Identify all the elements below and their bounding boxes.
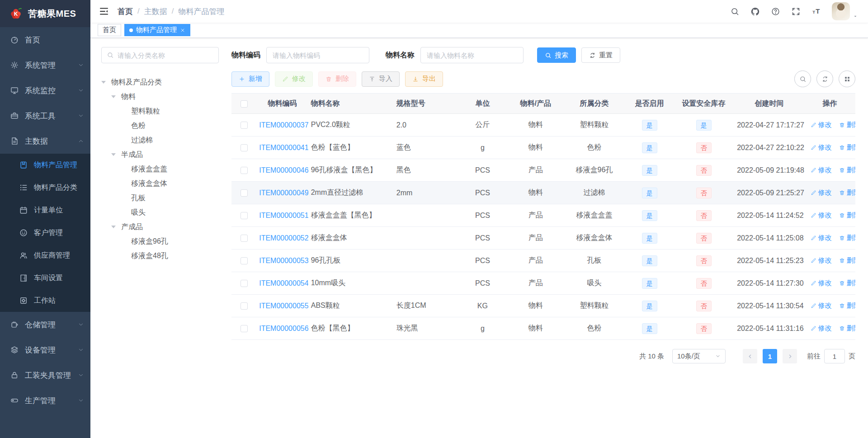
material-code-input[interactable] (266, 47, 369, 63)
next-page-button[interactable] (783, 349, 797, 363)
导入-button[interactable]: 导入 (362, 71, 400, 87)
sidebar-item-工装夹具管理[interactable]: 工装夹具管理 (0, 363, 90, 388)
sidebar-item-设备管理[interactable]: 设备管理 (0, 337, 90, 363)
tab-首页[interactable]: 首页 (98, 24, 121, 36)
question-icon[interactable] (771, 7, 780, 16)
tree-expand-caret[interactable] (111, 226, 121, 228)
material-code-link[interactable]: ITEM00000056 (259, 325, 308, 332)
material-code-link[interactable]: ITEM00000053 (259, 257, 308, 264)
material-code-link[interactable]: ITEM00000049 (259, 189, 308, 197)
row-checkbox[interactable] (241, 302, 248, 310)
sidebar-item-系统管理[interactable]: 系统管理 (0, 52, 90, 78)
row-delete-link[interactable]: 删除 (839, 279, 855, 287)
tree-node-色粉[interactable]: 色粉 (101, 118, 219, 133)
sidebar-item-物料产品分类[interactable]: 物料产品分类 (0, 176, 90, 199)
tree-node-孔板[interactable]: 孔板 (101, 191, 219, 205)
tree-node-物料[interactable]: 物料 (101, 89, 219, 104)
sidebar-item-客户管理[interactable]: 客户管理 (0, 221, 90, 244)
category-search-input[interactable] (118, 52, 213, 59)
material-name-input[interactable] (420, 47, 524, 63)
tree-expand-caret[interactable] (111, 153, 121, 156)
material-code-link[interactable]: ITEM00000054 (259, 279, 308, 287)
page-size-select[interactable]: 10条/页 (672, 349, 726, 363)
删除-button[interactable]: 删除 (318, 71, 356, 87)
row-checkbox[interactable] (241, 280, 248, 287)
row-checkbox[interactable] (241, 144, 248, 151)
search-icon[interactable] (730, 7, 740, 16)
row-checkbox[interactable] (241, 257, 248, 264)
row-edit-link[interactable]: 修改 (811, 166, 832, 174)
tree-node-移液盒96孔[interactable]: 移液盒96孔 (101, 234, 219, 249)
material-code-link[interactable]: ITEM00000041 (259, 144, 308, 151)
row-edit-link[interactable]: 修改 (811, 143, 832, 152)
row-edit-link[interactable]: 修改 (811, 324, 832, 333)
row-checkbox[interactable] (241, 122, 248, 129)
新增-button[interactable]: 新增 (231, 71, 269, 87)
user-menu[interactable] (832, 2, 858, 20)
sidebar-item-计量单位[interactable]: 计量单位 (0, 199, 90, 221)
sidebar-item-生产管理[interactable]: 生产管理 (0, 388, 90, 413)
tree-node-物料及产品分类[interactable]: 物料及产品分类 (101, 75, 219, 89)
row-delete-link[interactable]: 删除 (839, 211, 855, 220)
row-delete-link[interactable]: 删除 (839, 256, 855, 265)
tree-node-产成品[interactable]: 产成品 (101, 220, 219, 234)
fullscreen-icon[interactable] (791, 7, 801, 16)
tree-node-移液盒48孔[interactable]: 移液盒48孔 (101, 249, 219, 263)
tree-node-吸头[interactable]: 吸头 (101, 205, 219, 220)
sidebar-item-供应商管理[interactable]: 供应商管理 (0, 244, 90, 267)
hamburger-icon[interactable] (99, 6, 109, 17)
row-checkbox[interactable] (241, 325, 248, 332)
row-edit-link[interactable]: 修改 (811, 234, 832, 242)
search-circle-button[interactable] (794, 71, 811, 87)
row-delete-link[interactable]: 删除 (839, 324, 855, 333)
tree-expand-caret[interactable] (111, 95, 121, 98)
tree-node-半成品[interactable]: 半成品 (101, 147, 219, 162)
row-delete-link[interactable]: 删除 (839, 234, 855, 242)
tree-node-过滤棉[interactable]: 过滤棉 (101, 133, 219, 147)
sidebar-item-物料产品管理[interactable]: 物料产品管理 (0, 154, 90, 176)
row-checkbox[interactable] (241, 235, 248, 242)
breadcrumb-item[interactable]: 主数据 (144, 6, 167, 17)
sidebar-item-工作站[interactable]: 工作站 (0, 289, 90, 312)
tab-物料产品管理[interactable]: 物料产品管理 (124, 24, 190, 36)
page-number-1[interactable]: 1 (763, 349, 777, 363)
row-delete-link[interactable]: 删除 (839, 188, 855, 197)
sidebar-item-系统工具[interactable]: 系统工具 (0, 103, 90, 128)
select-all-checkbox[interactable] (241, 100, 248, 108)
row-checkbox[interactable] (241, 189, 248, 197)
goto-page-input[interactable] (824, 349, 845, 363)
font-size-icon[interactable]: TT (811, 7, 821, 16)
修改-button[interactable]: 修改 (275, 71, 313, 87)
material-code-link[interactable]: ITEM00000052 (259, 234, 308, 242)
reset-button[interactable]: 重置 (581, 47, 620, 63)
breadcrumb-item[interactable]: 物料产品管理 (178, 6, 224, 17)
refresh-circle-button[interactable] (816, 71, 833, 87)
row-delete-link[interactable]: 删除 (839, 301, 855, 310)
grid-circle-button[interactable] (839, 71, 855, 87)
row-delete-link[interactable]: 删除 (839, 121, 855, 129)
row-edit-link[interactable]: 修改 (811, 121, 832, 129)
row-checkbox[interactable] (241, 167, 248, 174)
sidebar-item-主数据[interactable]: 主数据 (0, 128, 90, 154)
row-edit-link[interactable]: 修改 (811, 256, 832, 265)
row-edit-link[interactable]: 修改 (811, 279, 832, 287)
search-button[interactable]: 搜索 (537, 47, 576, 63)
row-delete-link[interactable]: 删除 (839, 143, 855, 152)
sidebar-item-仓储管理[interactable]: 仓储管理 (0, 312, 90, 337)
row-edit-link[interactable]: 修改 (811, 188, 832, 197)
avatar[interactable] (832, 2, 850, 20)
sidebar-item-首页[interactable]: 首页 (0, 27, 90, 52)
material-code-link[interactable]: ITEM00000046 (259, 166, 308, 174)
close-icon[interactable] (180, 28, 185, 33)
material-code-link[interactable]: ITEM00000051 (259, 212, 308, 219)
material-code-link[interactable]: ITEM00000037 (259, 121, 308, 129)
tree-node-移液盒盒体[interactable]: 移液盒盒体 (101, 176, 219, 191)
row-edit-link[interactable]: 修改 (811, 211, 832, 220)
row-checkbox[interactable] (241, 212, 248, 219)
导出-button[interactable]: 导出 (405, 71, 443, 87)
tree-expand-caret[interactable] (101, 81, 111, 84)
tree-node-移液盒盒盖[interactable]: 移液盒盒盖 (101, 162, 219, 176)
sidebar-item-车间设置[interactable]: 车间设置 (0, 267, 90, 289)
github-icon[interactable] (750, 7, 760, 16)
tree-node-塑料颗粒[interactable]: 塑料颗粒 (101, 104, 219, 118)
